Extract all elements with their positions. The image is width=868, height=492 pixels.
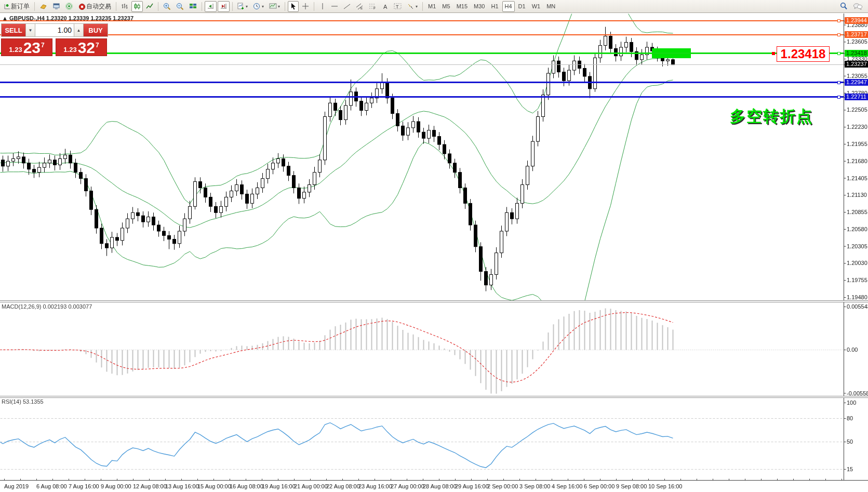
- timeframe-button-m30[interactable]: M30: [471, 1, 487, 12]
- volume-input[interactable]: [35, 24, 74, 36]
- rsi-axis-label: 50: [847, 438, 868, 445]
- sell-price-big: 23: [23, 41, 41, 55]
- time-axis-label: 22 Aug 08:00: [326, 483, 360, 489]
- volume-decrease-button[interactable]: ▼: [25, 24, 35, 36]
- time-axis-label: 6 Sep 00:00: [584, 483, 615, 489]
- line-chart-button[interactable]: [144, 1, 155, 12]
- templates-button[interactable]: ▾: [267, 1, 282, 12]
- time-axis-label: 6 Aug 08:00: [36, 483, 67, 489]
- price-axis-label: 1.20580: [847, 226, 868, 232]
- horizontal-line-button[interactable]: [329, 1, 340, 12]
- autotrade-button[interactable]: 自动交易: [76, 1, 113, 12]
- auto-scroll-button[interactable]: [205, 1, 217, 12]
- pivot-line-left-handle[interactable]: [772, 52, 775, 55]
- volume-increase-button[interactable]: ▲: [74, 24, 84, 36]
- support-line-upper-handle[interactable]: [837, 81, 840, 84]
- chart-plot-canvas[interactable]: [0, 0, 868, 492]
- timeframe-button-d1[interactable]: D1: [516, 1, 528, 12]
- resistance-line-upper-handle[interactable]: [837, 19, 840, 22]
- timeframe-button-mn[interactable]: MN: [544, 1, 558, 12]
- svg-text:E: E: [360, 7, 363, 10]
- zoom-out-button[interactable]: [174, 1, 186, 12]
- tile-windows-icon: [189, 3, 197, 10]
- buy-price-display[interactable]: 1.23 32 7: [56, 38, 107, 56]
- timeframe-button-h4[interactable]: H4: [502, 1, 515, 12]
- tile-windows-button[interactable]: [187, 1, 199, 12]
- trendline-button[interactable]: [341, 1, 353, 12]
- timeframe-button-m5[interactable]: M5: [439, 1, 452, 12]
- mt4-window: { "toolbar":{ "new_order_label":"新订单", "…: [0, 0, 868, 492]
- price-axis-tag: 1.23717: [845, 31, 868, 38]
- resistance-line-lower[interactable]: [0, 34, 844, 35]
- chinese-annotation[interactable]: 多空转折点: [730, 106, 813, 127]
- symbol-ohlc-header: ▲ GBPUSD-,H4 1.23320 1.23339 1.23235 1.2…: [2, 15, 133, 21]
- price-axis-line: [844, 14, 844, 480]
- support-line-lower[interactable]: [0, 96, 844, 98]
- new-order-icon: [4, 3, 11, 10]
- toolbar-right-group: [837, 1, 865, 12]
- buy-price-prefix: 1.23: [63, 46, 76, 54]
- indicators-button[interactable]: ▾: [235, 1, 250, 12]
- chart-shift-icon: [220, 3, 228, 10]
- data-window-button[interactable]: [50, 1, 62, 12]
- macd-axis-label: 0.00: [847, 347, 868, 353]
- bar-chart-button[interactable]: [119, 1, 130, 12]
- toolbar-separator: [422, 2, 423, 11]
- chart-shift-button[interactable]: [218, 1, 230, 12]
- resistance-line-lower-handle[interactable]: [837, 33, 840, 36]
- time-axis-label: 28 Aug 08:00: [423, 483, 457, 489]
- line-chart-icon: [146, 3, 153, 10]
- template-icon: [269, 3, 277, 10]
- timeframe-button-m15[interactable]: M15: [454, 1, 470, 12]
- market-watch-button[interactable]: [37, 1, 49, 12]
- pivot-line-handle[interactable]: [837, 52, 840, 55]
- price-axis-label: 1.20305: [847, 243, 868, 249]
- candlestick-button[interactable]: [131, 1, 143, 12]
- toolbar-separator: [285, 2, 285, 11]
- cursor-button[interactable]: [288, 1, 299, 12]
- time-axis-label: 3 Sep 08:00: [519, 483, 550, 489]
- zoom-in-button[interactable]: [161, 1, 173, 12]
- equidistant-channel-button[interactable]: E: [354, 1, 366, 12]
- rsi-pane-separator[interactable]: [0, 396, 868, 398]
- time-axis-label: 27 Aug 00:00: [391, 483, 424, 489]
- buy-price-pip: 7: [96, 43, 99, 48]
- chat-button[interactable]: [851, 1, 864, 12]
- book-icon: [39, 3, 47, 10]
- vertical-line-button[interactable]: [317, 1, 328, 12]
- macd-axis-label: -0.005583: [847, 390, 868, 396]
- macd-axis-label: 0.005543: [847, 303, 868, 310]
- toolbar-separator: [202, 2, 202, 11]
- svg-text:F: F: [373, 6, 376, 10]
- buy-button[interactable]: BUY: [84, 24, 108, 36]
- macd-label: MACD(12,26,9) 0.002193 0.003077: [2, 303, 92, 310]
- support-line-upper[interactable]: [0, 82, 844, 83]
- timeframe-button-m1[interactable]: M1: [425, 1, 438, 12]
- cursor-icon: [290, 3, 297, 10]
- arrows-icon: [407, 3, 415, 10]
- periods-button[interactable]: ▾: [251, 1, 266, 12]
- one-click-prices: 1.23 23 7 1.23 32 7: [1, 38, 108, 56]
- search-button[interactable]: [837, 1, 850, 12]
- price-callout-box[interactable]: 1.23418: [777, 46, 830, 62]
- shapes-button[interactable]: ▾: [405, 1, 420, 12]
- crosshair-button[interactable]: [300, 1, 311, 12]
- support-line-lower-handle[interactable]: [837, 96, 840, 99]
- fibonacci-button[interactable]: F: [367, 1, 379, 12]
- time-axis-label: 9 Sep 08:00: [616, 483, 647, 489]
- text-label-button[interactable]: T: [392, 1, 404, 12]
- channel-icon: E: [356, 3, 364, 10]
- sell-button[interactable]: SELL: [2, 24, 25, 36]
- new-order-button[interactable]: 新订单: [2, 1, 32, 12]
- signals-button[interactable]: [63, 1, 75, 12]
- rsi-axis-label: 15: [847, 466, 868, 472]
- timeframe-button-h1[interactable]: H1: [488, 1, 501, 12]
- text-button[interactable]: A: [380, 1, 391, 12]
- svg-text:A: A: [383, 4, 388, 10]
- timeframe-button-w1[interactable]: W1: [529, 1, 543, 12]
- macd-pane-separator[interactable]: [0, 300, 868, 302]
- terminal-icon: [52, 3, 60, 10]
- sell-price-display[interactable]: 1.23 23 7: [1, 38, 52, 56]
- pivot-line[interactable]: [0, 52, 844, 54]
- indicators-icon: [237, 3, 245, 10]
